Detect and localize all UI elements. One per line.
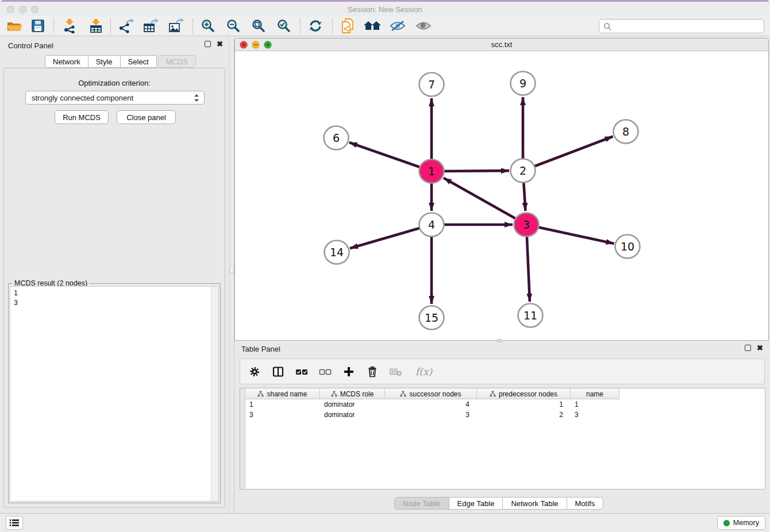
graph-node-10[interactable]: 10 xyxy=(615,235,640,259)
task-history-button[interactable] xyxy=(6,516,23,530)
control-panel-tabs: Network Style Select MCDS xyxy=(45,55,196,68)
column-header-MCDS-role[interactable]: MCDS role xyxy=(320,388,385,399)
memory-button[interactable]: Memory xyxy=(717,516,765,530)
delete-column-button xyxy=(390,365,402,378)
table-row[interactable]: 3dominator323 xyxy=(245,410,619,420)
tab-network-table[interactable]: Network Table xyxy=(503,497,567,510)
close-panel-icon[interactable]: ✖ xyxy=(217,41,223,47)
close-panel-icon[interactable]: ✖ xyxy=(757,345,763,351)
node-table[interactable]: shared nameMCDS rolesuccessor nodesprede… xyxy=(240,388,765,489)
table-cell[interactable]: dominator xyxy=(320,399,385,410)
column-header-label: name xyxy=(586,390,603,398)
graph-edge-3-10[interactable] xyxy=(526,225,614,244)
table-cell[interactable]: 1 xyxy=(245,399,320,410)
save-session-button[interactable] xyxy=(27,17,49,35)
tab-network[interactable]: Network xyxy=(45,55,88,68)
add-row-button[interactable] xyxy=(342,365,355,378)
table-cell[interactable]: 1 xyxy=(571,399,619,410)
open-session-button[interactable] xyxy=(3,17,25,35)
graph-node-9[interactable]: 9 xyxy=(511,72,536,95)
search-input[interactable] xyxy=(611,22,764,30)
node-label: 7 xyxy=(428,78,435,91)
zoom-in-button[interactable] xyxy=(197,17,219,35)
float-panel-icon[interactable] xyxy=(745,345,751,351)
show-all-button[interactable] xyxy=(413,17,434,35)
column-settings-button[interactable] xyxy=(248,365,261,378)
run-mcds-button[interactable]: Run MCDS xyxy=(55,110,109,124)
zoom-fit-button[interactable] xyxy=(248,17,270,35)
tab-node-table[interactable]: Node Table xyxy=(394,497,449,510)
graph-edge-3-1[interactable] xyxy=(444,178,526,225)
node-label: 10 xyxy=(621,240,634,253)
column-header-name[interactable]: name xyxy=(571,388,619,399)
close-panel-button[interactable]: Close panel xyxy=(117,110,176,124)
export-table-button[interactable] xyxy=(140,17,161,35)
unchecked-boxes-icon xyxy=(319,367,332,376)
vertical-splitter[interactable] xyxy=(229,36,234,513)
tab-select[interactable]: Select xyxy=(121,55,157,68)
table-cell[interactable]: 3 xyxy=(385,410,477,420)
column-header-predecessor-nodes[interactable]: predecessor nodes xyxy=(477,388,571,399)
window-title: Session: New Session xyxy=(0,5,770,14)
function-builder-button: f(x) xyxy=(413,365,432,378)
tab-mcds[interactable]: MCDS xyxy=(158,55,196,68)
table-cell[interactable]: dominator xyxy=(320,410,385,420)
import-table-button[interactable] xyxy=(85,17,107,35)
column-header-shared-name[interactable]: shared name xyxy=(245,388,320,399)
search-field[interactable] xyxy=(599,19,764,33)
table-cell[interactable]: 4 xyxy=(385,399,477,410)
graph-node-1[interactable]: 1 xyxy=(419,160,444,183)
graph-node-4[interactable]: 4 xyxy=(419,213,444,237)
column-header-label: MCDS role xyxy=(340,390,374,398)
table-row[interactable]: 1dominator411 xyxy=(245,399,619,410)
node-label: 1 xyxy=(428,165,435,178)
graph-node-11[interactable]: 11 xyxy=(518,304,543,327)
splitter-handle[interactable] xyxy=(230,265,234,273)
graph-node-6[interactable]: 6 xyxy=(324,126,349,150)
node-label: 4 xyxy=(428,218,435,231)
mcds-result-area[interactable]: 1 3 xyxy=(10,286,219,502)
table-cell[interactable]: 1 xyxy=(477,399,571,410)
criterion-dropdown[interactable]: strongly connected component xyxy=(25,91,205,105)
import-table-icon xyxy=(88,18,103,33)
export-image-button[interactable] xyxy=(165,17,187,35)
node-label: 6 xyxy=(333,132,340,144)
tab-style[interactable]: Style xyxy=(88,55,121,68)
delete-row-button[interactable] xyxy=(366,365,379,378)
tab-edge-table[interactable]: Edge Table xyxy=(449,497,503,510)
export-network-button[interactable] xyxy=(115,17,137,35)
graph-node-3[interactable]: 3 xyxy=(514,213,539,237)
hide-selected-button[interactable] xyxy=(387,17,409,35)
import-network-button[interactable] xyxy=(59,17,80,35)
zoom-out-button[interactable] xyxy=(222,17,244,35)
row-header-gutter xyxy=(240,388,245,489)
graph-node-8[interactable]: 8 xyxy=(614,120,638,144)
float-panel-icon[interactable] xyxy=(205,41,211,47)
graph-edge-1-6[interactable] xyxy=(349,142,432,171)
select-all-button[interactable] xyxy=(295,365,308,378)
deselect-all-button[interactable] xyxy=(319,365,332,378)
column-header-label: predecessor nodes xyxy=(499,390,557,398)
column-header-successor-nodes[interactable]: successor nodes xyxy=(385,388,477,399)
graph-node-15[interactable]: 15 xyxy=(419,306,444,330)
table-toolbar: f(x) xyxy=(240,358,765,384)
graph-node-7[interactable]: 7 xyxy=(419,73,444,97)
graph-edge-2-8[interactable] xyxy=(523,137,613,171)
split-panel-button[interactable] xyxy=(272,365,284,378)
network-canvas[interactable]: 1234678910111415 xyxy=(235,51,768,340)
zoom-selected-button[interactable] xyxy=(273,17,295,35)
refresh-icon xyxy=(308,18,323,33)
trash-icon xyxy=(367,366,378,377)
graph-node-2[interactable]: 2 xyxy=(511,159,536,183)
graph-node-14[interactable]: 14 xyxy=(325,241,349,264)
clone-network-button[interactable] xyxy=(337,17,359,35)
table-cell[interactable]: 3 xyxy=(245,410,320,420)
network-window-titlebar[interactable]: scc.txt xyxy=(235,38,768,51)
tab-motifs[interactable]: Motifs xyxy=(567,497,604,510)
refresh-button[interactable] xyxy=(305,17,326,35)
splitter-handle[interactable] xyxy=(497,339,502,342)
table-cell[interactable]: 2 xyxy=(477,410,571,420)
first-neighbors-button[interactable] xyxy=(361,17,383,35)
table-cell[interactable]: 3 xyxy=(571,410,619,420)
result-scrollbar[interactable] xyxy=(211,287,218,501)
